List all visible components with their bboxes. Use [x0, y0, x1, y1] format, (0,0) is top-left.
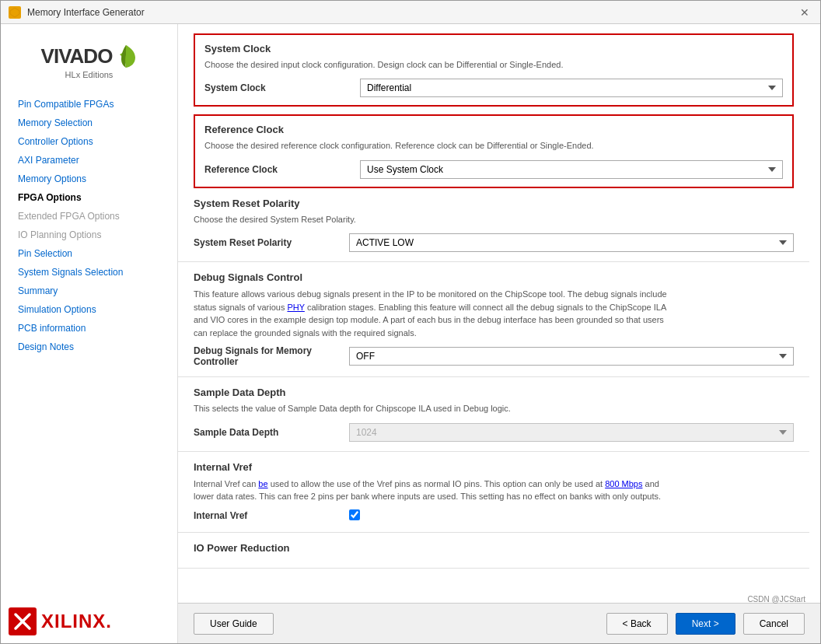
footer-right: < Back Next > Cancel — [606, 613, 805, 635]
next-button[interactable]: Next > — [676, 613, 735, 635]
system-reset-field-row: System Reset Polarity ACTIVE LOW ACTIVE … — [194, 233, 794, 252]
sidebar-item-pin-compatible[interactable]: Pin Compatible FPGAs — [9, 95, 169, 114]
system-clock-desc: Choose the desired input clock configura… — [204, 59, 783, 71]
reference-clock-field-row: Reference Clock Use System Clock Differe… — [204, 160, 783, 179]
reference-clock-box: Reference Clock Choose the desired refer… — [194, 114, 794, 187]
system-clock-label: System Clock — [204, 82, 360, 93]
xilinx-text: XILINX. — [41, 611, 112, 632]
debug-signals-desc: This feature allows various debug signal… — [194, 288, 794, 339]
sample-data-section: Sample Data Depth This selects the value… — [178, 377, 809, 451]
sidebar-item-memory-selection[interactable]: Memory Selection — [9, 114, 169, 132]
internal-vref-title: Internal Vref — [194, 461, 794, 473]
sidebar-item-system-signals[interactable]: System Signals Selection — [9, 263, 169, 282]
system-reset-label: System Reset Polarity — [194, 237, 349, 248]
sidebar-item-axi-parameter[interactable]: AXI Parameter — [9, 151, 169, 170]
system-clock-title: System Clock — [204, 43, 783, 54]
debug-signals-control: OFF ON — [349, 347, 794, 366]
system-reset-desc: Choose the desired System Reset Polarity… — [194, 214, 794, 226]
reference-clock-control: Use System Clock Differential Single-End… — [360, 160, 783, 179]
system-clock-box: System Clock Choose the desired input cl… — [194, 33, 794, 107]
sidebar-item-controller-options[interactable]: Controller Options — [9, 132, 169, 151]
debug-desc-line1: This feature allows various debug signal… — [194, 289, 667, 299]
sidebar-item-fpga-options: FPGA Options — [9, 188, 169, 207]
internal-vref-label: Internal Vref — [194, 510, 349, 521]
debug-signals-title: Debug Signals Control — [194, 271, 794, 283]
system-clock-select[interactable]: Differential Single-Ended No Buffer — [360, 79, 783, 97]
debug-desc-line2: status signals of various — [194, 303, 287, 312]
sample-data-control: 1024 2048 4096 8192 — [349, 423, 794, 442]
sample-data-field-row: Sample Data Depth 1024 2048 4096 8192 — [194, 423, 794, 442]
phy-link[interactable]: PHY — [287, 303, 304, 312]
vref-mbps-link[interactable]: 800 Mbps — [605, 479, 642, 488]
system-reset-title: System Reset Polarity — [194, 198, 794, 209]
sample-data-select[interactable]: 1024 2048 4096 8192 — [349, 423, 794, 442]
xilinx-x-icon — [9, 607, 37, 635]
bottom-spacer — [178, 569, 820, 603]
sample-data-desc: This selects the value of Sample Data de… — [194, 403, 794, 415]
reference-clock-desc: Choose the desired reference clock confi… — [204, 140, 783, 152]
nav-list: Pin Compatible FPGAs Memory Selection Co… — [9, 95, 169, 356]
reference-clock-wrapper: Reference Clock Choose the desired refer… — [178, 107, 809, 187]
cancel-button[interactable]: Cancel — [743, 613, 805, 635]
sidebar: VIVADO HLx Editions Pin Compatible FPGAs… — [1, 24, 178, 643]
watermark: CSDN @JCStart — [747, 595, 805, 604]
back-button[interactable]: < Back — [606, 613, 668, 635]
debug-signals-label: Debug Signals for Memory Controller — [194, 345, 349, 367]
vref-desc-line1c: and — [642, 479, 659, 488]
scroll-area[interactable]: System Clock Choose the desired input cl… — [178, 24, 820, 603]
io-power-title: IO Power Reduction — [194, 542, 794, 554]
debug-desc-line3: calibration stages. Enabling this featur… — [305, 303, 666, 312]
vref-desc-line1b: used to allow the use of the Vref pins a… — [268, 479, 606, 488]
debug-signals-select[interactable]: OFF ON — [349, 347, 794, 366]
content-scroll: System Clock Choose the desired input cl… — [178, 24, 820, 603]
vref-desc-line2: lower data rates. This can free 2 pins p… — [194, 492, 661, 501]
io-power-section: IO Power Reduction — [178, 533, 809, 569]
vivado-leaf-icon — [115, 44, 137, 68]
close-button[interactable]: ✕ — [797, 5, 812, 20]
window-title: Memory Interface Generator — [27, 7, 145, 18]
sidebar-item-summary[interactable]: Summary — [9, 282, 169, 300]
sample-data-label: Sample Data Depth — [194, 427, 349, 438]
sidebar-item-pin-selection[interactable]: Pin Selection — [9, 244, 169, 263]
user-guide-button[interactable]: User Guide — [194, 613, 274, 635]
system-clock-field-row: System Clock Differential Single-Ended N… — [204, 79, 783, 97]
sidebar-item-pcb-information[interactable]: PCB information — [9, 319, 169, 338]
debug-signals-field-row: Debug Signals for Memory Controller OFF … — [194, 345, 794, 367]
system-reset-section: System Reset Polarity Choose the desired… — [178, 188, 809, 262]
sidebar-item-memory-options[interactable]: Memory Options — [9, 170, 169, 188]
system-clock-wrapper: System Clock Choose the desired input cl… — [178, 24, 809, 107]
footer: User Guide < Back Next > Cancel — [178, 603, 820, 643]
sidebar-item-design-notes[interactable]: Design Notes — [9, 338, 169, 356]
sidebar-item-extended-fpga: Extended FPGA Options — [9, 207, 169, 226]
main-content: VIVADO HLx Editions Pin Compatible FPGAs… — [1, 24, 820, 643]
debug-signals-section: Debug Signals Control This feature allow… — [178, 262, 809, 377]
internal-vref-control — [349, 509, 794, 523]
sidebar-item-simulation-options[interactable]: Simulation Options — [9, 300, 169, 319]
internal-vref-section: Internal Vref Internal Vref can be used … — [178, 452, 809, 533]
sidebar-top: VIVADO HLx Editions Pin Compatible FPGAs… — [1, 24, 177, 364]
system-reset-select[interactable]: ACTIVE LOW ACTIVE HIGH — [349, 233, 794, 252]
vivado-text: VIVADO — [41, 44, 113, 68]
main-window: Memory Interface Generator ✕ VIVADO HLx … — [0, 0, 821, 644]
svg-marker-0 — [10, 8, 19, 17]
xilinx-logo: XILINX. — [1, 600, 177, 643]
reference-clock-select[interactable]: Use System Clock Differential Single-End… — [360, 160, 783, 179]
title-bar: Memory Interface Generator ✕ — [1, 1, 820, 24]
system-reset-control: ACTIVE LOW ACTIVE HIGH — [349, 233, 794, 252]
sidebar-item-io-planning: IO Planning Options — [9, 226, 169, 244]
internal-vref-checkbox[interactable] — [349, 509, 360, 520]
system-clock-control: Differential Single-Ended No Buffer — [360, 79, 783, 97]
app-icon — [9, 6, 21, 19]
vref-be-link[interactable]: be — [258, 479, 267, 488]
footer-left: User Guide — [194, 613, 274, 635]
title-bar-left: Memory Interface Generator — [9, 6, 145, 19]
internal-vref-desc: Internal Vref can be used to allow the u… — [194, 478, 794, 503]
right-panel: System Clock Choose the desired input cl… — [178, 24, 820, 643]
sample-data-title: Sample Data Depth — [194, 387, 794, 398]
vref-desc-line1a: Internal Vref can — [194, 479, 258, 488]
reference-clock-title: Reference Clock — [204, 124, 783, 135]
reference-clock-label: Reference Clock — [204, 164, 360, 175]
debug-desc-line4: and VIO cores in the example design top … — [194, 315, 664, 324]
internal-vref-field-row: Internal Vref — [194, 509, 794, 523]
hlx-text: HLx Editions — [16, 70, 162, 79]
